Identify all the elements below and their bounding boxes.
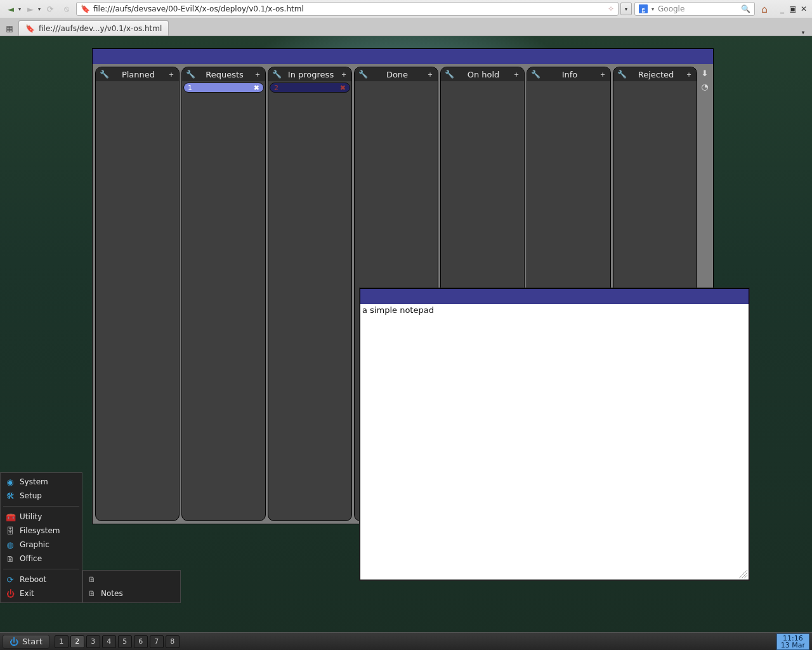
close-icon[interactable]: ✖ bbox=[340, 84, 346, 92]
utility-icon: 🧰 bbox=[6, 512, 15, 522]
wrench-icon[interactable]: 🔧 bbox=[358, 70, 368, 79]
browser-toolbar: ◄ ▾ ► ▾ ⟳ ⦸ 🔖 file:///aufs/devsave/00-Ev… bbox=[0, 0, 812, 18]
submenu-item-notes[interactable]: 🗎Notes bbox=[83, 587, 180, 600]
column-title: Rejected bbox=[638, 70, 674, 79]
home-button[interactable]: ⌂ bbox=[757, 2, 771, 16]
workspace-1[interactable]: 1 bbox=[55, 635, 69, 648]
column-title: Done bbox=[386, 70, 408, 79]
workspace-2[interactable]: 2 bbox=[70, 635, 84, 648]
clock-time: 11:16 bbox=[781, 635, 805, 642]
forward-button[interactable]: ► bbox=[23, 2, 37, 16]
plus-icon[interactable]: ＋ bbox=[513, 69, 520, 80]
tab-title: file:///aufs/dev...y/v0.1/x-os.html bbox=[39, 24, 162, 33]
back-history-dropdown[interactable]: ▾ bbox=[18, 6, 21, 12]
clock-icon[interactable]: ◔ bbox=[701, 82, 708, 91]
column-header: 🔧In progress＋ bbox=[268, 67, 351, 81]
column-header: 🔧Planned＋ bbox=[96, 67, 179, 81]
workspace-3[interactable]: 3 bbox=[86, 635, 100, 648]
workspace-4[interactable]: 4 bbox=[102, 635, 116, 648]
menu-item-office[interactable]: 🗎Office bbox=[1, 552, 82, 566]
workspace-pager: 12345678 bbox=[55, 635, 180, 648]
download-icon[interactable]: ⬇ bbox=[702, 69, 709, 78]
column-body[interactable] bbox=[96, 81, 179, 521]
wrench-icon[interactable]: 🔧 bbox=[445, 70, 454, 79]
kanban-titlebar[interactable] bbox=[93, 49, 713, 64]
plus-icon[interactable]: ＋ bbox=[426, 69, 434, 80]
clock-date: 13 Mar bbox=[781, 642, 805, 649]
search-engine-dropdown[interactable]: ▾ bbox=[652, 6, 654, 12]
kanban-column: 🔧Planned＋ bbox=[95, 67, 180, 521]
forward-history-dropdown[interactable]: ▾ bbox=[38, 6, 41, 12]
workspace-6[interactable]: 6 bbox=[134, 635, 148, 648]
google-engine-icon[interactable]: g bbox=[639, 4, 648, 13]
url-bar[interactable]: 🔖 file:///aufs/devsave/00-EvilX/x-os/dep… bbox=[76, 2, 619, 16]
feed-icon[interactable]: ✧ bbox=[608, 4, 614, 13]
column-title: Requests bbox=[206, 70, 244, 79]
column-body[interactable]: 2✖ bbox=[268, 81, 351, 521]
tab-strip: ▦ 🔖 file:///aufs/dev...y/v0.1/x-os.html … bbox=[0, 18, 812, 36]
menu-item-exit[interactable]: ⏻Exit bbox=[1, 587, 82, 600]
column-title: Planned bbox=[122, 70, 155, 79]
menu-separator bbox=[3, 506, 79, 507]
plus-icon[interactable]: ＋ bbox=[167, 69, 175, 80]
start-button[interactable]: ⏻ Start bbox=[3, 635, 49, 649]
taskbar: ⏻ Start 12345678 11:16 13 Mar bbox=[0, 632, 812, 650]
url-dropdown[interactable]: ▾ bbox=[620, 3, 632, 15]
menu-item-filesystem[interactable]: 🗄Filesystem bbox=[1, 524, 82, 538]
close-icon[interactable]: ✖ bbox=[254, 84, 259, 92]
column-header: 🔧Info＋ bbox=[527, 67, 610, 81]
submenu-item-0[interactable]: 🗎 bbox=[83, 573, 180, 587]
window-minimize-button[interactable]: _ bbox=[778, 4, 787, 13]
menu-item-system[interactable]: ◉System bbox=[1, 475, 82, 489]
plus-icon[interactable]: ＋ bbox=[340, 69, 348, 80]
reboot-icon: ⟳ bbox=[6, 575, 15, 585]
menu-item-graphic[interactable]: ◍Graphic bbox=[1, 538, 82, 552]
wrench-icon[interactable]: 🔧 bbox=[186, 70, 195, 79]
browser-tab[interactable]: 🔖 file:///aufs/dev...y/v0.1/x-os.html bbox=[18, 20, 169, 36]
window-close-button[interactable]: ✕ bbox=[799, 4, 808, 13]
tab-favicon-icon: 🔖 bbox=[25, 24, 35, 33]
start-submenu: 🗎 🗎Notes bbox=[82, 570, 181, 603]
plus-icon[interactable]: ＋ bbox=[254, 69, 261, 80]
notes-icon: 🗎 bbox=[88, 589, 96, 598]
browser-chrome: ◄ ▾ ► ▾ ⟳ ⦸ 🔖 file:///aufs/devsave/00-Ev… bbox=[0, 0, 812, 36]
menu-separator bbox=[3, 569, 79, 569]
wrench-icon[interactable]: 🔧 bbox=[531, 70, 540, 79]
stop-button[interactable]: ⦸ bbox=[60, 2, 74, 16]
window-maximize-button[interactable]: ▣ bbox=[789, 4, 797, 13]
url-favicon-icon: 🔖 bbox=[81, 4, 90, 13]
column-title: Info bbox=[562, 70, 578, 79]
workspace-8[interactable]: 8 bbox=[166, 635, 180, 648]
filesystem-icon: 🗄 bbox=[6, 526, 15, 536]
plus-icon[interactable]: ＋ bbox=[599, 69, 606, 80]
resize-grip-icon[interactable] bbox=[738, 569, 747, 578]
card-label: 1 bbox=[188, 84, 192, 92]
kanban-card[interactable]: 1✖ bbox=[183, 83, 264, 93]
notepad-window: a simple notepad bbox=[360, 288, 749, 580]
wrench-icon[interactable]: 🔧 bbox=[617, 70, 627, 79]
taskbar-clock[interactable]: 11:16 13 Mar bbox=[776, 633, 809, 650]
search-icon[interactable]: 🔍 bbox=[741, 4, 750, 13]
column-body[interactable]: 1✖ bbox=[182, 81, 265, 521]
reload-button[interactable]: ⟳ bbox=[43, 2, 57, 16]
column-header: 🔧On hold＋ bbox=[441, 67, 524, 81]
wrench-icon[interactable]: 🔧 bbox=[272, 70, 282, 79]
notepad-titlebar[interactable] bbox=[360, 289, 749, 304]
kanban-column: 🔧Requests＋1✖ bbox=[181, 67, 266, 521]
workspace-7[interactable]: 7 bbox=[150, 635, 164, 648]
kanban-card[interactable]: 2✖ bbox=[270, 83, 350, 93]
notepad-textarea[interactable]: a simple notepad bbox=[360, 304, 749, 580]
tab-list-dropdown[interactable]: ▾ bbox=[797, 29, 809, 36]
menu-item-utility[interactable]: 🧰Utility bbox=[1, 510, 82, 524]
workspace-5[interactable]: 5 bbox=[118, 635, 132, 648]
column-header: 🔧Done＋ bbox=[355, 67, 438, 81]
search-bar[interactable]: g ▾ Google 🔍 bbox=[634, 2, 755, 16]
start-logo-icon: ⏻ bbox=[10, 637, 18, 647]
start-menu: ◉System 🛠Setup 🧰Utility 🗄Filesystem ◍Gra… bbox=[0, 472, 82, 603]
new-tab-button[interactable]: ▦ bbox=[3, 22, 16, 36]
plus-icon[interactable]: ＋ bbox=[685, 69, 693, 80]
menu-item-reboot[interactable]: ⟳Reboot bbox=[1, 573, 82, 587]
menu-item-setup[interactable]: 🛠Setup bbox=[1, 489, 82, 503]
back-button[interactable]: ◄ bbox=[4, 2, 18, 16]
wrench-icon[interactable]: 🔧 bbox=[100, 70, 109, 79]
